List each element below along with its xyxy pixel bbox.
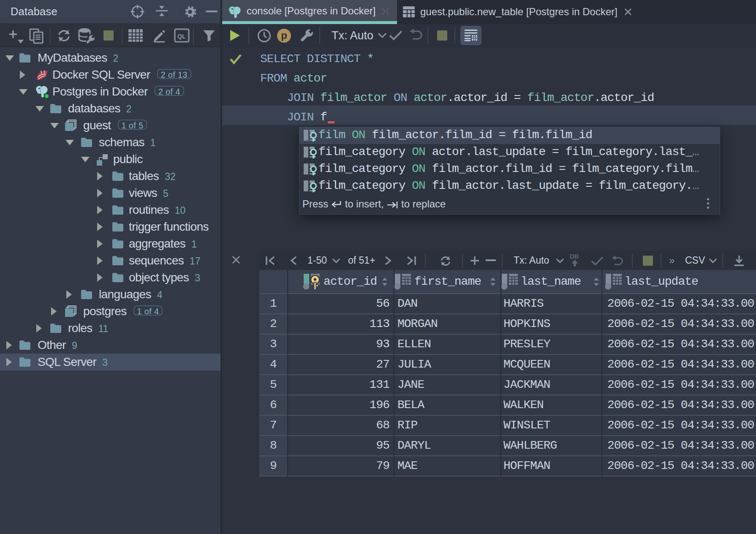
svg-text:QL: QL bbox=[177, 33, 186, 40]
